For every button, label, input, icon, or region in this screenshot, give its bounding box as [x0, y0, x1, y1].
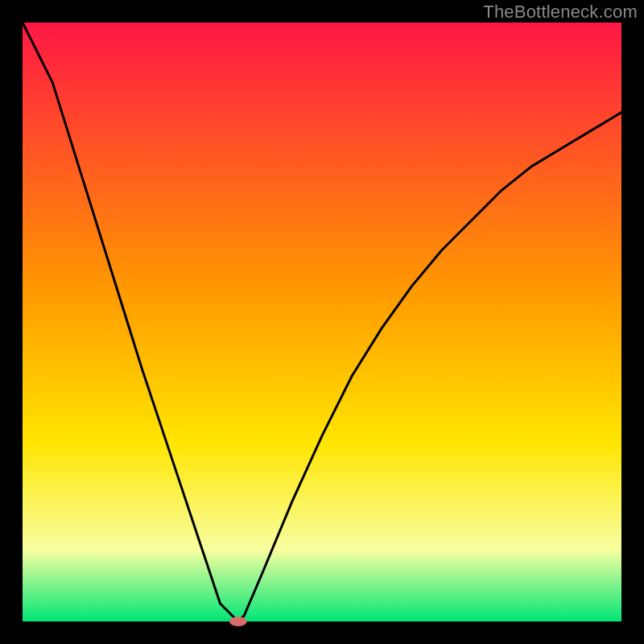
- bottleneck-chart: [0, 0, 644, 644]
- plot-area: [23, 23, 621, 621]
- chart-frame: TheBottleneck.com: [0, 0, 644, 644]
- optimum-marker: [229, 617, 247, 626]
- watermark-label: TheBottleneck.com: [483, 2, 638, 23]
